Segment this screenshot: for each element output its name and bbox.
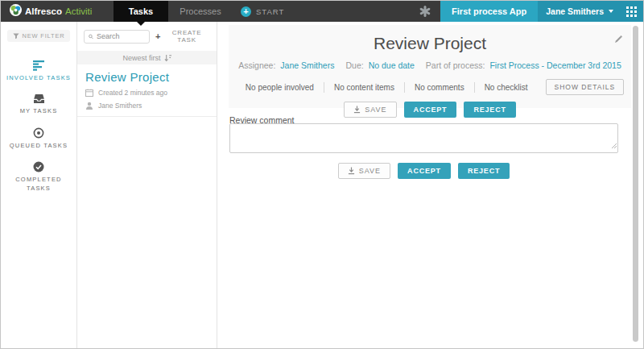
review-comment-box [229,123,618,153]
accept-button[interactable]: ACCEPT [404,102,457,118]
pencil-icon[interactable] [614,32,623,47]
tab-processes[interactable]: Processes [170,1,231,22]
sidebar-item-involved-tasks[interactable]: INVOLVED TASKS [5,60,72,82]
new-filter-button[interactable]: NEW FILTER [7,30,70,42]
app-window: Alfresco Activiti Tasks Processes + STAR… [0,0,644,349]
process-link[interactable]: First Process - December 3rd 2015 [489,60,621,70]
plus-circle-icon: + [241,6,251,17]
sidebar-item-my-tasks[interactable]: MY TASKS [5,93,72,115]
chevron-down-icon [609,10,613,15]
sidebar-item-completed-tasks[interactable]: COMPLETED TASKS [5,161,72,193]
start-label: START [256,7,284,16]
sidebar-item-queued-tasks[interactable]: QUEUED TASKS [5,127,72,150]
task-detail-panel: Review Project Assignee: Jane Smithers D… [217,22,643,348]
sidebar-item-label: COMPLETED TASKS [5,175,72,193]
task-list-item[interactable]: Review Project Created 2 minutes ago Jan… [77,64,217,117]
plus-icon: + [155,31,161,41]
sort-label: Newest first [122,54,160,62]
current-app-label: First process App [452,6,526,16]
calendar-icon [85,89,93,97]
start-button[interactable]: + START [241,1,284,22]
download-icon [353,106,361,114]
apps-grid-button[interactable] [621,1,643,22]
brand-name: Alfresco [25,6,62,16]
funnel-icon [13,33,19,39]
brand-suffix: Activiti [65,6,92,16]
bar-list-icon [32,60,46,71]
filter-sidebar: NEW FILTER INVOLVED TASKS MY TASKS [1,22,77,348]
assignee-label: Assignee: [238,60,275,70]
content-items-summary: No content items [324,83,404,92]
reject-button[interactable]: REJECT [458,163,510,179]
sidebar-item-label: INVOLVED TASKS [6,73,71,82]
save-button[interactable]: SAVE [344,102,396,118]
tab-processes-label: Processes [180,6,221,16]
task-title: Review Project [85,70,217,84]
current-app-button[interactable]: First process App [440,1,538,22]
asterisk-icon [410,1,440,22]
user-name-label: Jane Smithers [546,6,604,16]
due-date-link[interactable]: No due date [369,60,415,70]
user-menu[interactable]: Jane Smithers [538,1,621,22]
task-assignee-label: Jane Smithers [98,102,142,110]
download-icon [348,167,355,175]
show-details-button[interactable]: SHOW DETAILS [546,79,625,95]
alfresco-logo-icon [10,4,22,19]
target-icon [33,127,44,139]
magnifier-icon [89,33,93,40]
tab-tasks-label: Tasks [129,6,153,16]
save-label: SAVE [365,106,386,114]
assignee-link[interactable]: Jane Smithers [280,60,334,70]
navbar-right: First process App Jane Smithers [410,1,643,22]
inbox-icon [33,93,45,104]
brand-logo[interactable]: Alfresco Activiti [10,1,92,22]
people-involved-summary: No people involved [236,83,324,92]
part-of-process-label: Part of process: [426,60,485,70]
top-navbar: Alfresco Activiti Tasks Processes + STAR… [1,1,643,22]
task-summary-row: No people involved No content items No c… [229,79,631,95]
sort-arrow-icon [164,54,171,62]
task-list-header: + CREATE TASK [77,26,217,47]
new-filter-label: NEW FILTER [23,32,65,39]
review-comment-input[interactable] [230,124,617,152]
tab-tasks[interactable]: Tasks [114,1,168,22]
task-detail-title: Review Project [229,34,631,53]
task-meta-row: Assignee: Jane Smithers Due: No due date… [229,60,631,70]
search-box[interactable] [84,30,150,44]
person-icon [85,102,93,110]
due-label: Due: [345,60,363,70]
grid-3x3-icon [626,6,637,17]
comments-summary: No comments [405,83,474,92]
reject-button[interactable]: REJECT [464,102,515,118]
save-button[interactable]: SAVE [338,163,390,179]
sort-selector[interactable]: Newest first [77,51,217,64]
create-task-label: CREATE TASK [163,29,210,44]
resize-grip-icon[interactable] [610,137,617,152]
form-action-row: SAVE ACCEPT REJECT [229,163,618,179]
task-created-label: Created 2 minutes ago [98,89,167,97]
search-input[interactable] [97,32,145,40]
sidebar-item-label: MY TASKS [20,106,58,115]
task-detail-card: Review Project Assignee: Jane Smithers D… [229,25,631,108]
task-list-panel: + CREATE TASK Newest first Review Projec… [77,22,217,348]
vertical-scrollbar[interactable] [633,26,638,342]
save-label: SAVE [359,167,381,175]
accept-button[interactable]: ACCEPT [398,163,451,179]
create-task-button[interactable]: + CREATE TASK [155,29,210,44]
sidebar-item-label: QUEUED TASKS [10,141,68,150]
check-circle-icon [33,161,44,172]
checklist-summary: No checklist [475,83,538,92]
